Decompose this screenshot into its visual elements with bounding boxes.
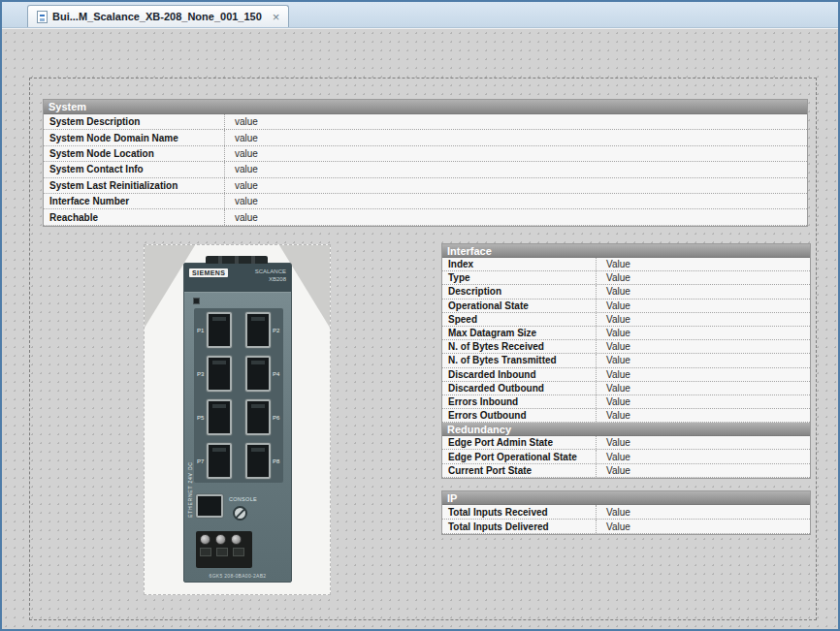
device-model-label: SCALANCE XB208	[255, 268, 286, 283]
ethernet-port: P7	[197, 443, 236, 479]
ip-table: IP Total Inputs Received Value Total Inp…	[441, 490, 811, 535]
design-canvas[interactable]: System System Description value System N…	[2, 28, 838, 629]
row-label: Index	[442, 258, 596, 270]
tab-close-icon[interactable]: ×	[273, 11, 280, 23]
row-label: Current Port State	[442, 464, 596, 477]
screw-icon	[231, 534, 242, 545]
interface-table-header: Interface	[442, 244, 810, 258]
row-value-field[interactable]: Value	[596, 285, 810, 298]
port-label: P4	[273, 371, 280, 377]
port-label: P1	[197, 328, 205, 333]
table-row: Interface Number value	[44, 194, 807, 209]
port-label: P6	[273, 415, 280, 421]
row-value-field[interactable]: value	[224, 194, 807, 208]
row-label: Operational State	[442, 300, 596, 312]
row-value-field[interactable]: value	[224, 162, 807, 176]
row-value-field[interactable]: value	[224, 178, 807, 193]
scalance-device-image: SIEMENS SCALANCE XB208 P1	[183, 263, 292, 583]
table-row: Index Value	[442, 258, 810, 271]
table-row: Discarded Outbound Value	[442, 382, 810, 395]
screen-icon	[37, 11, 48, 23]
row-label: Edge Port Admin State	[442, 436, 596, 449]
row-value-field[interactable]: Value	[596, 340, 810, 353]
rj45-port-icon	[245, 443, 271, 479]
device-side-text: ETHERNET 24V DC	[187, 461, 193, 518]
system-table-header: System	[44, 100, 807, 114]
table-row: System Node Location value	[44, 146, 807, 162]
row-label: System Contact Info	[44, 162, 224, 176]
table-row: Discarded Inbound Value	[442, 368, 810, 382]
row-value-field[interactable]: Value	[596, 327, 810, 339]
console-label: CONSOLE	[229, 496, 257, 502]
table-row: System Contact Info value	[44, 162, 807, 177]
row-label: Total Inputs Received	[442, 505, 596, 519]
table-row: Speed Value	[442, 313, 810, 327]
table-row: Current Port State Value	[442, 464, 810, 478]
ethernet-port: P5	[197, 399, 236, 435]
port-label: P7	[197, 458, 205, 464]
row-value-field[interactable]: Value	[596, 300, 810, 312]
row-value-field[interactable]: Value	[596, 450, 810, 462]
row-value-field[interactable]: Value	[596, 354, 810, 366]
screw-icon	[215, 534, 226, 545]
interface-table-body: Index Value Type Value Description Value	[442, 258, 810, 423]
port-label: P3	[197, 371, 205, 377]
row-value-field[interactable]: value	[224, 146, 807, 161]
row-label: Edge Port Operational State	[442, 450, 596, 462]
port-label: P5	[197, 415, 205, 421]
screw-icon	[200, 534, 210, 545]
rj45-port-icon	[245, 312, 271, 348]
row-value-field[interactable]: Value	[596, 395, 810, 408]
row-value-field[interactable]: Value	[596, 409, 810, 422]
row-label: System Node Domain Name	[44, 130, 224, 144]
table-row: System Last Reinitialization value	[44, 178, 807, 194]
redundancy-table-body: Edge Port Admin State Value Edge Port Op…	[442, 436, 810, 478]
table-row: Description Value	[442, 285, 810, 299]
row-value-field[interactable]: Value	[596, 520, 810, 533]
table-row: Operational State Value	[442, 300, 810, 313]
siemens-logo: SIEMENS	[189, 268, 228, 277]
pin-icon	[200, 548, 211, 556]
row-value-field[interactable]: Value	[596, 368, 810, 381]
row-value-field[interactable]: Value	[596, 436, 810, 449]
table-row: Max Datagram Size Value	[442, 327, 810, 340]
row-label: Errors Inbound	[442, 395, 596, 408]
row-label: Speed	[442, 313, 596, 326]
system-table: System System Description value System N…	[43, 99, 808, 227]
rj45-port-icon	[207, 312, 232, 348]
row-value-field[interactable]: value	[224, 114, 807, 129]
row-label: Reachable	[44, 209, 224, 224]
row-value-field[interactable]: Value	[596, 271, 810, 284]
table-row: Total Inputs Delivered Value	[442, 520, 810, 534]
row-label: Discarded Outbound	[442, 382, 596, 394]
ip-table-body: Total Inputs Received Value Total Inputs…	[442, 505, 810, 534]
row-label: Max Datagram Size	[442, 327, 596, 339]
tab-scalance-screen[interactable]: Bui...M_Scalance_XB-208_None_001_150 ×	[27, 5, 289, 27]
tab-title: Bui...M_Scalance_XB-208_None_001_150	[52, 11, 262, 22]
row-value-field[interactable]: Value	[596, 464, 810, 477]
port-label: P8	[273, 458, 280, 464]
terminal-screws	[200, 534, 248, 545]
pin-icon	[233, 548, 244, 556]
ethernet-port: P1	[197, 312, 236, 348]
row-label: System Last Reinitialization	[44, 178, 224, 193]
ethernet-port: P3	[197, 356, 236, 392]
row-label: Type	[442, 271, 596, 284]
device-article-number: 6GK5 208-0BA00-2AB2	[184, 573, 291, 579]
device-port-grid: P1 P2 P3	[194, 308, 283, 483]
ethernet-port: P8	[242, 443, 280, 479]
row-value-field[interactable]: Value	[596, 382, 810, 394]
row-value-field[interactable]: Value	[596, 313, 810, 326]
tab-bar: Bui...M_Scalance_XB-208_None_001_150 ×	[2, 2, 838, 28]
rj45-port-icon	[207, 399, 232, 435]
row-value-field[interactable]: value	[224, 209, 807, 224]
row-label: N. of Bytes Transmitted	[442, 354, 596, 366]
table-row: Errors Outbound Value	[442, 409, 810, 423]
row-value-field[interactable]: Value	[596, 505, 810, 519]
port-label: P2	[273, 328, 280, 333]
console-port-icon	[196, 494, 223, 518]
redundancy-table-header: Redundancy	[442, 423, 810, 436]
power-terminal-block	[196, 531, 252, 568]
row-value-field[interactable]: Value	[596, 258, 810, 270]
row-value-field[interactable]: value	[224, 130, 807, 144]
